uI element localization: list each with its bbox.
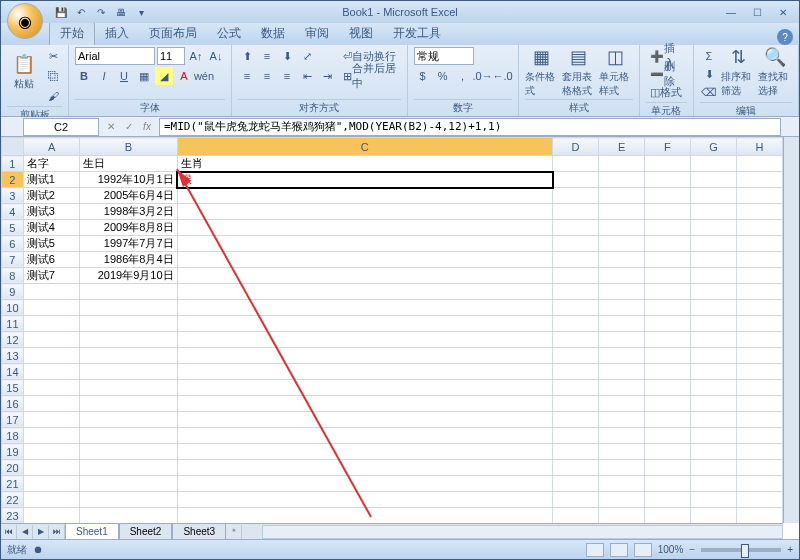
copy-button[interactable]: ⿻ (44, 67, 62, 85)
redo-icon[interactable]: ↷ (93, 4, 109, 20)
row-header-22[interactable]: 22 (2, 492, 24, 508)
column-header-A[interactable]: A (23, 138, 80, 156)
align-bottom-button[interactable]: ⬇ (278, 47, 296, 65)
percent-button[interactable]: % (434, 67, 452, 85)
tab-review[interactable]: 审阅 (295, 22, 339, 45)
cell-B7[interactable]: 1986年8月4日 (80, 252, 177, 268)
italic-button[interactable]: I (95, 67, 113, 85)
cell-C1[interactable]: 生肖 (177, 156, 553, 172)
tab-formulas[interactable]: 公式 (207, 22, 251, 45)
row-header-21[interactable]: 21 (2, 476, 24, 492)
undo-icon[interactable]: ↶ (73, 4, 89, 20)
cell-B1[interactable]: 生日 (80, 156, 177, 172)
normal-view-button[interactable] (586, 543, 604, 557)
zoom-in-button[interactable]: + (787, 544, 793, 555)
row-header-1[interactable]: 1 (2, 156, 24, 172)
row-header-16[interactable]: 16 (2, 396, 24, 412)
column-header-D[interactable]: D (553, 138, 599, 156)
format-cells-button[interactable]: ◫格式 (646, 83, 687, 101)
increase-indent-button[interactable]: ⇥ (318, 67, 336, 85)
orientation-button[interactable]: ⤢ (298, 47, 316, 65)
cell-A7[interactable]: 测试6 (23, 252, 80, 268)
row-header-8[interactable]: 8 (2, 268, 24, 284)
number-format-select[interactable] (414, 47, 474, 65)
tab-view[interactable]: 视图 (339, 22, 383, 45)
underline-button[interactable]: U (115, 67, 133, 85)
align-left-button[interactable]: ≡ (238, 67, 256, 85)
row-header-10[interactable]: 10 (2, 300, 24, 316)
row-header-2[interactable]: 2 (2, 172, 24, 188)
column-header-B[interactable]: B (80, 138, 177, 156)
align-top-button[interactable]: ⬆ (238, 47, 256, 65)
cell-B2[interactable]: 1992年10月1日 (80, 172, 177, 188)
phonetic-button[interactable]: wén (195, 67, 213, 85)
increase-font-button[interactable]: A↑ (187, 47, 205, 65)
formula-bar[interactable] (159, 118, 781, 136)
row-header-23[interactable]: 23 (2, 508, 24, 524)
maximize-button[interactable]: ☐ (745, 5, 769, 19)
qat-dropdown-icon[interactable]: ▾ (133, 4, 149, 20)
comma-button[interactable]: , (454, 67, 472, 85)
autosum-button[interactable]: Σ (700, 47, 718, 65)
row-header-17[interactable]: 17 (2, 412, 24, 428)
macro-record-icon[interactable]: ⏺ (33, 544, 43, 555)
cell-C8[interactable] (177, 268, 553, 284)
sheet-tab-Sheet2[interactable]: Sheet2 (119, 524, 173, 540)
cell-C2[interactable]: 猴 (177, 172, 553, 188)
column-header-H[interactable]: H (736, 138, 782, 156)
row-header-9[interactable]: 9 (2, 284, 24, 300)
row-header-13[interactable]: 13 (2, 348, 24, 364)
help-button[interactable]: ? (777, 29, 793, 45)
zoom-out-button[interactable]: − (689, 544, 695, 555)
conditional-formatting-button[interactable]: ▦条件格式 (525, 47, 559, 97)
currency-button[interactable]: $ (414, 67, 432, 85)
border-button[interactable]: ▦ (135, 67, 153, 85)
cell-B4[interactable]: 1998年3月2日 (80, 204, 177, 220)
sheet-tab-Sheet1[interactable]: Sheet1 (65, 524, 119, 540)
page-break-view-button[interactable] (634, 543, 652, 557)
first-sheet-button[interactable]: ⏮ (1, 525, 17, 539)
row-header-4[interactable]: 4 (2, 204, 24, 220)
name-box[interactable] (23, 118, 99, 136)
row-header-14[interactable]: 14 (2, 364, 24, 380)
cell-B8[interactable]: 2019年9月10日 (80, 268, 177, 284)
row-header-19[interactable]: 19 (2, 444, 24, 460)
sort-filter-button[interactable]: ⇅排序和筛选 (721, 47, 755, 97)
column-header-G[interactable]: G (690, 138, 736, 156)
new-sheet-button[interactable]: ＊ (226, 525, 242, 539)
cell-C5[interactable] (177, 220, 553, 236)
row-header-20[interactable]: 20 (2, 460, 24, 476)
column-header-C[interactable]: C (177, 138, 553, 156)
next-sheet-button[interactable]: ▶ (33, 525, 49, 539)
decrease-indent-button[interactable]: ⇤ (298, 67, 316, 85)
paste-button[interactable]: 📋粘贴 (7, 47, 41, 97)
office-button[interactable]: ◉ (7, 3, 43, 39)
column-header-E[interactable]: E (599, 138, 645, 156)
tab-developer[interactable]: 开发工具 (383, 22, 451, 45)
row-header-5[interactable]: 5 (2, 220, 24, 236)
font-size-select[interactable] (157, 47, 185, 65)
merge-center-button[interactable]: ⊞ 合并后居中 (339, 67, 401, 85)
enter-formula-button[interactable]: ✓ (121, 119, 137, 135)
page-layout-view-button[interactable] (610, 543, 628, 557)
bold-button[interactable]: B (75, 67, 93, 85)
cell-B6[interactable]: 1997年7月7日 (80, 236, 177, 252)
row-header-15[interactable]: 15 (2, 380, 24, 396)
clear-button[interactable]: ⌫ (700, 83, 718, 101)
row-header-3[interactable]: 3 (2, 188, 24, 204)
insert-function-button[interactable]: fx (139, 119, 155, 135)
format-painter-button[interactable]: 🖌 (44, 87, 62, 105)
tab-insert[interactable]: 插入 (95, 22, 139, 45)
row-header-7[interactable]: 7 (2, 252, 24, 268)
decrease-font-button[interactable]: A↓ (207, 47, 225, 65)
cell-A6[interactable]: 测试5 (23, 236, 80, 252)
cell-C3[interactable] (177, 188, 553, 204)
cell-A2[interactable]: 测试1 (23, 172, 80, 188)
decrease-decimal-button[interactable]: ←.0 (494, 67, 512, 85)
last-sheet-button[interactable]: ⏭ (49, 525, 65, 539)
cell-C4[interactable] (177, 204, 553, 220)
align-middle-button[interactable]: ≡ (258, 47, 276, 65)
row-header-18[interactable]: 18 (2, 428, 24, 444)
zoom-level[interactable]: 100% (658, 544, 684, 555)
align-center-button[interactable]: ≡ (258, 67, 276, 85)
